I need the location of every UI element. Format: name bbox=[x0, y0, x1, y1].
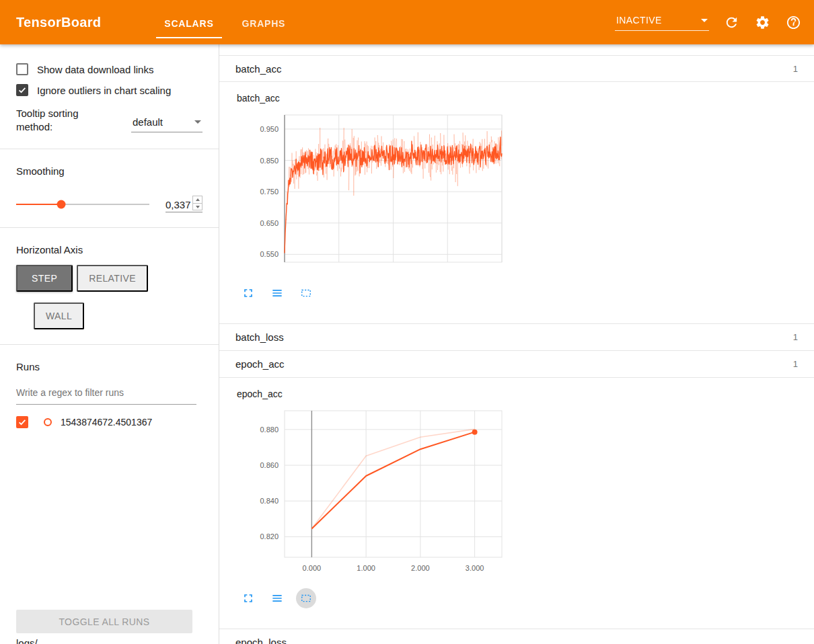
spinner-up-icon[interactable] bbox=[193, 196, 202, 203]
tooltip-sorting-row: Tooltip sorting method: default bbox=[16, 107, 202, 134]
section-count-badge: 1 bbox=[793, 359, 798, 369]
section-title: batch_loss bbox=[235, 331, 284, 343]
tab-bar: SCALARS GRAPHS bbox=[156, 6, 293, 38]
section-title: epoch_acc bbox=[235, 358, 285, 370]
app-header: TensorBoard SCALARS GRAPHS INACTIVE bbox=[0, 0, 814, 44]
ignore-outliers-row: Ignore outliers in chart scaling bbox=[16, 84, 202, 96]
svg-text:3.000: 3.000 bbox=[466, 564, 484, 572]
smoothing-slider-thumb[interactable] bbox=[57, 200, 65, 208]
check-icon bbox=[17, 417, 27, 427]
chart-toolbar bbox=[238, 588, 814, 608]
tooltip-sorting-dropdown[interactable]: default bbox=[131, 115, 202, 132]
run-checkbox[interactable] bbox=[16, 416, 28, 428]
axis-relative-button[interactable]: RELATIVE bbox=[77, 265, 148, 292]
svg-text:0.860: 0.860 bbox=[260, 461, 279, 469]
refresh-icon[interactable] bbox=[723, 13, 740, 31]
svg-text:2.000: 2.000 bbox=[411, 564, 430, 572]
toggle-all-runs-button[interactable]: TOGGLE ALL RUNS bbox=[16, 610, 192, 633]
chart-card-epoch-acc: epoch_acc 0.8200.8400.8600.8800.0001.000… bbox=[219, 378, 814, 629]
dashboard-content: batch_acc 1 batch_acc 0.5500.6500.7500.8… bbox=[219, 44, 814, 644]
app-title: TensorBoard bbox=[16, 15, 101, 30]
status-dropdown-value: INACTIVE bbox=[616, 15, 662, 26]
smoothing-value-box bbox=[165, 196, 202, 212]
smoothing-label: Smoothing bbox=[16, 165, 202, 177]
epoch-acc-chart[interactable]: 0.8200.8400.8600.8800.0001.0002.0003.000 bbox=[235, 404, 814, 579]
smoothing-spinner bbox=[192, 196, 202, 210]
settings-gear-icon[interactable] bbox=[753, 13, 771, 31]
horizontal-axis-label: Horizontal Axis bbox=[16, 244, 202, 255]
smoothing-value-input[interactable] bbox=[165, 199, 192, 210]
svg-text:0.750: 0.750 bbox=[260, 188, 279, 196]
check-icon bbox=[17, 85, 27, 95]
runs-filter-input[interactable] bbox=[16, 382, 196, 405]
runs-label: Runs bbox=[16, 361, 202, 372]
divider bbox=[0, 149, 219, 149]
batch-acc-chart[interactable]: 0.5500.6500.7500.8500.950 bbox=[235, 108, 814, 274]
view-lines-icon[interactable] bbox=[267, 283, 287, 303]
fit-domain-icon[interactable] bbox=[296, 588, 316, 608]
chart-title: batch_acc bbox=[237, 93, 814, 104]
axis-wall-button[interactable]: WALL bbox=[34, 303, 84, 329]
chevron-down-icon bbox=[194, 120, 201, 124]
run-name: 1543874672.4501367 bbox=[61, 417, 152, 428]
svg-text:0.840: 0.840 bbox=[260, 497, 279, 505]
chart-card-batch-acc: batch_acc 0.5500.6500.7500.8500.950 bbox=[219, 82, 814, 324]
section-header-epoch-acc[interactable]: epoch_acc 1 bbox=[219, 351, 814, 378]
ignore-outliers-label: Ignore outliers in chart scaling bbox=[37, 85, 171, 96]
expand-chart-icon[interactable] bbox=[238, 283, 258, 303]
svg-text:0.650: 0.650 bbox=[260, 219, 279, 227]
tooltip-sorting-value: default bbox=[133, 116, 163, 128]
spinner-down-icon[interactable] bbox=[193, 203, 202, 210]
svg-text:0.850: 0.850 bbox=[260, 157, 279, 165]
section-header-epoch-loss[interactable]: epoch_loss bbox=[219, 629, 814, 644]
svg-text:0.820: 0.820 bbox=[260, 532, 279, 540]
ignore-outliers-checkbox[interactable] bbox=[16, 84, 28, 96]
show-download-links-label: Show data download links bbox=[37, 64, 153, 75]
section-count-badge: 1 bbox=[793, 64, 798, 74]
status-dropdown[interactable]: INACTIVE bbox=[615, 13, 709, 31]
settings-sidebar: Show data download links Ignore outliers… bbox=[0, 44, 219, 644]
chart-title: epoch_acc bbox=[237, 389, 814, 400]
svg-text:1.000: 1.000 bbox=[357, 564, 375, 572]
horizontal-axis-buttons: STEP RELATIVE WALL bbox=[16, 265, 178, 329]
run-color-ring-icon[interactable] bbox=[44, 418, 52, 426]
section-header-batch-acc[interactable]: batch_acc 1 bbox=[219, 55, 814, 82]
section-title: batch_acc bbox=[235, 63, 281, 75]
section-title: epoch_loss bbox=[235, 637, 287, 644]
axis-step-button[interactable]: STEP bbox=[16, 265, 73, 292]
run-list-item: 1543874672.4501367 bbox=[16, 416, 202, 428]
section-count-badge: 1 bbox=[793, 332, 798, 342]
chevron-down-icon bbox=[701, 19, 708, 22]
tab-graphs[interactable]: GRAPHS bbox=[234, 14, 294, 38]
divider bbox=[0, 227, 219, 228]
section-header-batch-loss[interactable]: batch_loss 1 bbox=[219, 324, 814, 351]
tab-scalars[interactable]: SCALARS bbox=[156, 14, 221, 38]
svg-text:0.880: 0.880 bbox=[260, 426, 279, 434]
smoothing-row bbox=[16, 196, 202, 212]
runs-footer-path: logs/ bbox=[16, 637, 38, 644]
smoothing-slider-fill bbox=[16, 204, 61, 205]
fit-domain-icon[interactable] bbox=[296, 283, 316, 303]
expand-chart-icon[interactable] bbox=[238, 588, 258, 608]
svg-text:0.950: 0.950 bbox=[260, 125, 279, 133]
divider bbox=[0, 344, 219, 345]
chart-toolbar bbox=[238, 283, 814, 303]
tooltip-sorting-label: Tooltip sorting method: bbox=[16, 107, 117, 134]
header-actions: INACTIVE bbox=[615, 13, 805, 31]
smoothing-slider[interactable] bbox=[16, 204, 149, 205]
show-download-links-checkbox[interactable] bbox=[16, 63, 28, 75]
svg-text:0.550: 0.550 bbox=[260, 250, 279, 258]
svg-text:0.000: 0.000 bbox=[303, 564, 322, 572]
help-icon[interactable] bbox=[784, 13, 802, 31]
view-lines-icon[interactable] bbox=[267, 588, 287, 608]
show-download-links-row: Show data download links bbox=[16, 63, 202, 75]
